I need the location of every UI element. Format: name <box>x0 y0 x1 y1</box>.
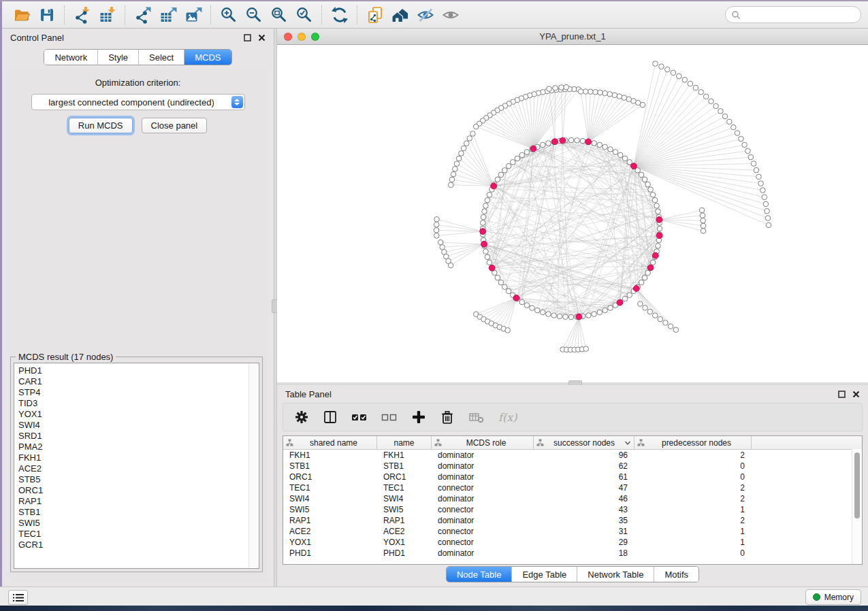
import-network-button[interactable] <box>69 4 95 26</box>
memory-button[interactable]: Memory <box>805 589 861 605</box>
table-cell: ACE2 <box>283 527 377 536</box>
column-header-MCDS-role[interactable]: MCDS role <box>432 436 534 449</box>
create-column-button[interactable] <box>411 407 426 427</box>
show-all-button[interactable] <box>438 4 463 26</box>
table-row[interactable]: ACE2ACE2connector311 <box>283 526 862 537</box>
tab-style[interactable]: Style <box>98 50 139 65</box>
mcds-result-scrollbar[interactable] <box>248 364 258 567</box>
table-row[interactable]: YOX1YOX1connector291 <box>283 537 862 548</box>
table-row[interactable]: SWI4SWI4dominator462 <box>283 493 862 504</box>
refresh-button[interactable] <box>327 4 352 26</box>
mcds-result-item[interactable]: YOX1 <box>14 409 259 420</box>
table-cell: 61 <box>534 472 634 482</box>
table-scrollbar-thumb[interactable] <box>854 452 860 518</box>
table-row[interactable]: STB1STB1dominator620 <box>283 461 862 472</box>
control-panel-header[interactable]: Control Panel <box>2 29 274 46</box>
mcds-result-item[interactable]: SWI5 <box>14 518 259 529</box>
control-panel-title: Control Panel <box>10 33 64 43</box>
tab-motifs[interactable]: Motifs <box>654 567 698 582</box>
function-builder-button[interactable]: f(x) <box>498 407 517 427</box>
close-window-icon[interactable] <box>284 33 292 41</box>
mcds-result-item[interactable]: GCR1 <box>14 540 259 550</box>
mcds-result-item[interactable]: ACE2 <box>14 463 259 474</box>
close-panel-icon[interactable] <box>852 391 860 398</box>
minimize-window-icon[interactable] <box>298 33 306 41</box>
tab-select[interactable]: Select <box>139 50 184 65</box>
table-scrollbar[interactable] <box>852 449 862 564</box>
network-canvas[interactable] <box>277 45 868 383</box>
export-table-button[interactable] <box>155 4 180 26</box>
zoom-out-button[interactable] <box>241 4 266 26</box>
maximize-window-icon[interactable] <box>311 33 319 41</box>
search-input[interactable] <box>741 10 839 20</box>
mcds-result-box: MCDS result (17 nodes) PHD1CAR1STP4TID3Y… <box>10 357 263 572</box>
table-cell: TEC1 <box>283 483 377 493</box>
table-row[interactable]: PHD1PHD1dominator180 <box>283 548 862 559</box>
tab-network[interactable]: Network <box>44 50 98 65</box>
table-cell: ORC1 <box>283 472 377 482</box>
column-header-successor-nodes[interactable]: successor nodes <box>534 436 634 449</box>
zoom-in-button[interactable] <box>216 4 241 26</box>
table-row[interactable]: RAP1RAP1dominator352 <box>283 515 862 526</box>
table-row[interactable]: TEC1TEC1connector472 <box>283 482 862 493</box>
show-columns-button[interactable] <box>323 407 338 427</box>
delete-table-button[interactable] <box>468 407 485 427</box>
zoom-fit-icon <box>270 6 288 24</box>
mcds-result-item[interactable]: STP4 <box>14 387 259 398</box>
table-settings-button[interactable] <box>294 407 309 427</box>
save-session-button[interactable] <box>34 4 59 26</box>
column-attribute-icon <box>536 439 544 446</box>
copy-networks-button[interactable] <box>362 4 387 26</box>
column-header-predecessor-nodes[interactable]: predecessor nodes <box>634 436 752 449</box>
table-row[interactable]: ORC1ORC1dominator610 <box>283 472 862 482</box>
table-row[interactable]: SWI5SWI5connector431 <box>283 504 862 515</box>
table-cell: YOX1 <box>377 538 432 547</box>
network-window-titlebar[interactable]: YPA_prune.txt_1 <box>277 29 868 45</box>
mcds-result-list-container[interactable]: PHD1CAR1STP4TID3YOX1SWI4SRD1PMA2FKH1ACE2… <box>14 363 259 569</box>
close-panel-icon[interactable] <box>258 34 266 42</box>
zoom-fit-button[interactable] <box>266 4 291 26</box>
table-row[interactable]: FKH1FKH1dominator962 <box>283 450 862 461</box>
import-table-button[interactable] <box>95 4 120 26</box>
table-panel-header[interactable]: Table Panel <box>277 385 868 403</box>
tab-mcds[interactable]: MCDS <box>184 50 231 65</box>
delete-column-button[interactable] <box>440 407 455 427</box>
mcds-result-item[interactable]: TEC1 <box>14 529 259 540</box>
mcds-result-item[interactable]: PHD1 <box>14 365 259 376</box>
zoom-selected-button[interactable] <box>291 4 317 26</box>
table-cell: 35 <box>534 516 634 525</box>
column-header-name[interactable]: name <box>377 436 432 449</box>
mcds-result-item[interactable]: SWI4 <box>14 420 259 431</box>
optimization-select[interactable]: largest connected component (undirected) <box>31 94 245 110</box>
tab-edge-table[interactable]: Edge Table <box>512 567 577 582</box>
tab-network-table[interactable]: Network Table <box>577 567 654 582</box>
mcds-result-item[interactable]: TID3 <box>14 398 259 409</box>
float-window-icon[interactable] <box>244 34 251 42</box>
mcds-result-item[interactable]: STB5 <box>14 474 259 485</box>
export-network-button[interactable] <box>130 4 155 26</box>
search-field[interactable] <box>725 6 861 23</box>
unselect-all-columns-button[interactable] <box>381 407 398 427</box>
mcds-result-item[interactable]: FKH1 <box>14 452 259 463</box>
tab-node-table[interactable]: Node Table <box>447 567 513 582</box>
select-all-columns-button[interactable] <box>351 407 368 427</box>
first-neighbors-button[interactable] <box>387 4 413 26</box>
search-icon <box>731 10 741 20</box>
close-panel-button[interactable]: Close panel <box>142 118 208 133</box>
mcds-result-item[interactable]: SRD1 <box>14 431 259 442</box>
toolbar-separator <box>64 5 65 24</box>
export-image-button[interactable] <box>180 4 206 26</box>
mcds-result-item[interactable]: PMA2 <box>14 442 259 452</box>
mcds-result-item[interactable]: CAR1 <box>14 376 259 387</box>
memory-status-icon <box>813 593 820 601</box>
mcds-result-item[interactable]: ORC1 <box>14 485 259 496</box>
float-window-icon[interactable] <box>838 391 846 398</box>
checked-boxes-icon <box>351 410 368 425</box>
mcds-result-item[interactable]: RAP1 <box>14 496 259 507</box>
open-file-button[interactable] <box>9 4 34 26</box>
hide-selected-button[interactable] <box>413 4 438 26</box>
run-mcds-button[interactable]: Run MCDS <box>69 118 133 133</box>
mcds-result-item[interactable]: STB1 <box>14 507 259 518</box>
column-header-shared-name[interactable]: shared name <box>283 436 377 449</box>
task-history-button[interactable] <box>8 590 28 605</box>
